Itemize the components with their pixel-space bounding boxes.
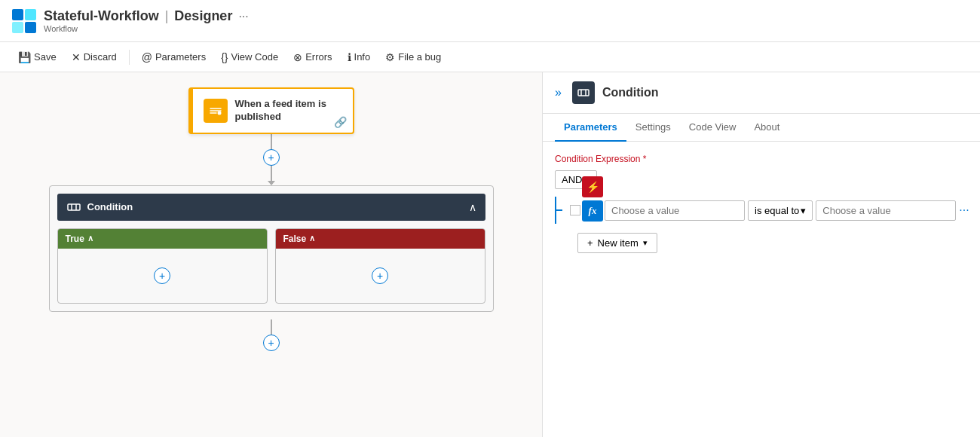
false-branch-header[interactable]: False ∧ xyxy=(276,229,485,249)
panel-collapse-button[interactable]: » xyxy=(555,86,562,99)
operator-label: is equal to xyxy=(755,205,799,216)
expr-row: ⚡ fx is equal to ▾ xyxy=(570,200,969,221)
errors-button[interactable]: ⊗ Errors xyxy=(287,48,338,66)
expr-more-options[interactable]: ··· xyxy=(959,203,969,217)
discard-icon: ✕ xyxy=(72,51,81,63)
expr-checkbox[interactable] xyxy=(570,205,580,215)
new-item-button[interactable]: + New item ▾ xyxy=(577,233,657,253)
info-label: Info xyxy=(354,51,371,63)
connector-line-2 xyxy=(271,166,272,181)
svg-rect-5 xyxy=(578,90,589,96)
expression-row: ⚡ fx is equal to ▾ xyxy=(555,197,968,224)
app-name: Stateful-Workflow xyxy=(44,8,159,24)
toolbar-separator-1 xyxy=(129,50,130,65)
title-divider: | xyxy=(165,8,169,24)
connector-arrow-1 xyxy=(268,181,275,185)
false-branch-chevron: ∧ xyxy=(309,234,315,243)
condition-node-label: Condition xyxy=(87,201,133,212)
info-button[interactable]: ℹ Info xyxy=(341,48,377,66)
new-item-plus: + xyxy=(587,237,593,249)
panel-tabs: Parameters Settings Code View About xyxy=(543,114,980,142)
tab-settings[interactable]: Settings xyxy=(626,114,680,142)
trigger-icon xyxy=(204,99,228,123)
expr-value-1-input[interactable] xyxy=(605,200,745,221)
tab-code-view[interactable]: Code View xyxy=(680,114,746,142)
bracket-horizontal xyxy=(556,209,562,211)
errors-label: Errors xyxy=(305,51,332,63)
false-branch-label: False xyxy=(283,234,307,244)
panel-header: » Condition xyxy=(543,72,980,114)
info-icon: ℹ xyxy=(348,51,351,63)
workflow-canvas[interactable]: When a feed item is published 🔗 + xyxy=(0,72,543,437)
new-item-label: New item xyxy=(598,237,639,249)
and-label: AND xyxy=(562,174,582,185)
true-branch-body: + xyxy=(58,249,267,303)
add-step-button-1[interactable]: + xyxy=(263,149,280,166)
required-asterisk: * xyxy=(640,154,646,164)
lightning-icon: ⚡ xyxy=(586,181,599,193)
expr-inputs-container: ⚡ fx is equal to ▾ xyxy=(570,200,969,221)
condition-node-icon xyxy=(66,200,81,215)
tab-parameters[interactable]: Parameters xyxy=(555,114,626,142)
trigger-node[interactable]: When a feed item is published 🔗 xyxy=(188,87,354,134)
main-layout: When a feed item is published 🔗 + xyxy=(0,72,980,437)
parameters-button[interactable]: @ Parameters xyxy=(136,48,212,66)
condition-block: Condition ∧ True ∧ + xyxy=(49,185,494,312)
add-step-button-2[interactable]: + xyxy=(263,335,280,351)
logo-cell-3 xyxy=(12,22,23,33)
expr-value-2-input[interactable] xyxy=(816,200,956,221)
parameters-icon: @ xyxy=(142,51,152,63)
file-bug-button[interactable]: ⚙ File a bug xyxy=(379,48,447,66)
header-ellipsis-btn[interactable]: ··· xyxy=(238,10,248,23)
condition-expression-label: Condition Expression * xyxy=(555,154,968,164)
true-branch-chevron: ∧ xyxy=(87,234,93,243)
fx-icon: fx xyxy=(589,205,597,217)
connector-line-bottom xyxy=(271,319,272,335)
operator-dropdown[interactable]: is equal to ▾ xyxy=(748,200,813,221)
app-title-wrap: Stateful-Workflow | Designer ··· Workflo… xyxy=(44,8,249,33)
workflow-label: Workflow xyxy=(44,24,249,33)
file-bug-icon: ⚙ xyxy=(385,51,395,63)
false-branch: False ∧ + xyxy=(275,228,485,304)
add-true-action-button[interactable]: + xyxy=(154,267,170,284)
svg-rect-2 xyxy=(68,204,80,210)
bottom-connector: + xyxy=(263,319,280,351)
false-branch-body: + xyxy=(276,249,485,303)
expr-input-wrapper: ⚡ fx is equal to ▾ xyxy=(583,200,969,221)
connector-1: + xyxy=(263,134,280,185)
tab-about[interactable]: About xyxy=(745,114,789,142)
workflow-nodes: When a feed item is published 🔗 + xyxy=(49,87,494,351)
file-bug-label: File a bug xyxy=(398,51,441,63)
condition-header-left: Condition xyxy=(66,200,133,215)
parameters-label: Parameters xyxy=(155,51,206,63)
viewcode-button[interactable]: {} View Code xyxy=(215,48,284,66)
viewcode-label: View Code xyxy=(231,51,279,63)
dynamic-content-button[interactable]: ⚡ xyxy=(582,176,603,197)
errors-icon: ⊗ xyxy=(293,51,302,63)
trigger-label: When a feed item is published xyxy=(235,98,342,124)
condition-expression: AND ▾ xyxy=(555,170,968,253)
new-item-row: + New item ▾ xyxy=(577,233,968,253)
toolbar: 💾 Save ✕ Discard @ Parameters {} View Co… xyxy=(0,42,980,72)
true-branch-header[interactable]: True ∧ xyxy=(58,229,267,249)
condition-collapse-icon[interactable]: ∧ xyxy=(469,201,476,213)
logo-cell-1 xyxy=(12,9,23,20)
logo-cell-4 xyxy=(25,22,36,33)
operator-chevron: ▾ xyxy=(801,205,806,216)
discard-label: Discard xyxy=(84,51,117,63)
header: Stateful-Workflow | Designer ··· Workflo… xyxy=(0,0,980,42)
designer-label: Designer xyxy=(174,8,232,24)
viewcode-icon: {} xyxy=(221,51,228,63)
discard-button[interactable]: ✕ Discard xyxy=(66,48,123,66)
svg-point-1 xyxy=(217,111,221,115)
add-false-action-button[interactable]: + xyxy=(372,267,388,284)
save-label: Save xyxy=(34,51,57,63)
panel-title: Condition xyxy=(602,86,659,99)
true-branch: True ∧ + xyxy=(57,228,268,304)
save-button[interactable]: 💾 Save xyxy=(12,48,63,66)
new-item-chevron: ▾ xyxy=(643,238,648,248)
save-icon: 💾 xyxy=(18,51,31,63)
expression-button[interactable]: fx xyxy=(582,200,603,222)
condition-header[interactable]: Condition ∧ xyxy=(57,194,485,221)
bracket-connector xyxy=(555,197,562,224)
